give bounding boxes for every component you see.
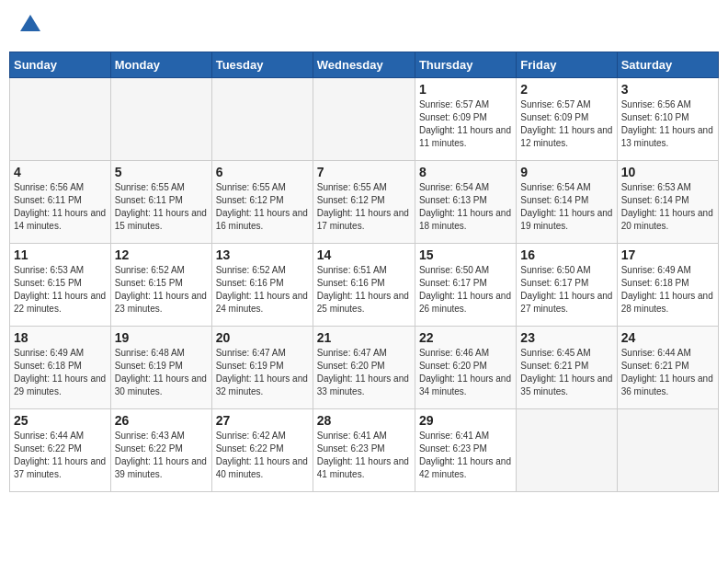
- week-row-3: 11Sunrise: 6:53 AM Sunset: 6:15 PM Dayli…: [10, 243, 719, 326]
- days-header-row: SundayMondayTuesdayWednesdayThursdayFrid…: [10, 52, 719, 77]
- day-info: Sunrise: 6:56 AM Sunset: 6:10 PM Dayligh…: [621, 98, 714, 150]
- calendar-cell: [617, 408, 718, 491]
- week-row-1: 1Sunrise: 6:57 AM Sunset: 6:09 PM Daylig…: [10, 77, 719, 160]
- day-number: 23: [520, 330, 612, 345]
- day-info: Sunrise: 6:43 AM Sunset: 6:22 PM Dayligh…: [115, 430, 208, 481]
- calendar-cell: 20Sunrise: 6:47 AM Sunset: 6:19 PM Dayli…: [211, 326, 313, 408]
- calendar-cell: [211, 77, 313, 160]
- calendar-cell: 9Sunrise: 6:54 AM Sunset: 6:14 PM Daylig…: [517, 160, 617, 243]
- day-info: Sunrise: 6:51 AM Sunset: 6:16 PM Dayligh…: [317, 264, 411, 316]
- day-number: 2: [520, 82, 612, 97]
- calendar-cell: 18Sunrise: 6:49 AM Sunset: 6:18 PM Dayli…: [10, 326, 111, 408]
- day-info: Sunrise: 6:47 AM Sunset: 6:19 PM Dayligh…: [216, 347, 309, 398]
- day-number: 27: [216, 413, 309, 428]
- day-number: 28: [317, 413, 411, 428]
- calendar-cell: 8Sunrise: 6:54 AM Sunset: 6:13 PM Daylig…: [415, 160, 516, 243]
- calendar-cell: [10, 77, 111, 160]
- day-info: Sunrise: 6:44 AM Sunset: 6:21 PM Dayligh…: [621, 347, 714, 398]
- day-number: 12: [115, 247, 208, 262]
- calendar-cell: 6Sunrise: 6:55 AM Sunset: 6:12 PM Daylig…: [211, 160, 313, 243]
- calendar-cell: 27Sunrise: 6:42 AM Sunset: 6:22 PM Dayli…: [211, 408, 313, 491]
- day-info: Sunrise: 6:55 AM Sunset: 6:11 PM Dayligh…: [115, 181, 208, 233]
- calendar-cell: 19Sunrise: 6:48 AM Sunset: 6:19 PM Dayli…: [110, 326, 211, 408]
- day-info: Sunrise: 6:48 AM Sunset: 6:19 PM Dayligh…: [115, 347, 208, 398]
- day-info: Sunrise: 6:41 AM Sunset: 6:23 PM Dayligh…: [317, 430, 411, 481]
- calendar-cell: 3Sunrise: 6:56 AM Sunset: 6:10 PM Daylig…: [617, 77, 718, 160]
- calendar-cell: [517, 408, 617, 491]
- calendar-cell: 14Sunrise: 6:51 AM Sunset: 6:16 PM Dayli…: [313, 243, 415, 326]
- header-friday: Friday: [517, 52, 617, 77]
- header-saturday: Saturday: [617, 52, 718, 77]
- day-info: Sunrise: 6:45 AM Sunset: 6:21 PM Dayligh…: [520, 347, 612, 398]
- day-number: 6: [216, 165, 309, 179]
- day-number: 16: [520, 247, 612, 262]
- calendar-header: [9, 9, 719, 42]
- calendar-cell: 28Sunrise: 6:41 AM Sunset: 6:23 PM Dayli…: [313, 408, 415, 491]
- header-sunday: Sunday: [10, 52, 111, 77]
- day-info: Sunrise: 6:54 AM Sunset: 6:13 PM Dayligh…: [419, 181, 512, 233]
- day-number: 7: [317, 165, 411, 179]
- day-number: 1: [419, 82, 512, 97]
- calendar-cell: 10Sunrise: 6:53 AM Sunset: 6:14 PM Dayli…: [617, 160, 718, 243]
- calendar-cell: 12Sunrise: 6:52 AM Sunset: 6:15 PM Dayli…: [110, 243, 211, 326]
- day-info: Sunrise: 6:49 AM Sunset: 6:18 PM Dayligh…: [14, 347, 107, 398]
- day-info: Sunrise: 6:53 AM Sunset: 6:14 PM Dayligh…: [621, 181, 714, 233]
- logo: [18, 14, 40, 38]
- day-info: Sunrise: 6:53 AM Sunset: 6:15 PM Dayligh…: [14, 264, 107, 316]
- day-number: 13: [216, 247, 309, 262]
- calendar-cell: 17Sunrise: 6:49 AM Sunset: 6:18 PM Dayli…: [617, 243, 718, 326]
- header-tuesday: Tuesday: [211, 52, 313, 77]
- calendar-cell: 26Sunrise: 6:43 AM Sunset: 6:22 PM Dayli…: [110, 408, 211, 491]
- calendar-cell: [313, 77, 415, 160]
- calendar-cell: 7Sunrise: 6:55 AM Sunset: 6:12 PM Daylig…: [313, 160, 415, 243]
- day-number: 8: [419, 165, 512, 179]
- day-number: 10: [621, 165, 714, 179]
- week-row-5: 25Sunrise: 6:44 AM Sunset: 6:22 PM Dayli…: [10, 408, 719, 491]
- calendar-cell: 11Sunrise: 6:53 AM Sunset: 6:15 PM Dayli…: [10, 243, 111, 326]
- day-number: 29: [419, 413, 512, 428]
- calendar-cell: 24Sunrise: 6:44 AM Sunset: 6:21 PM Dayli…: [617, 326, 718, 408]
- calendar-cell: 25Sunrise: 6:44 AM Sunset: 6:22 PM Dayli…: [10, 408, 111, 491]
- header-thursday: Thursday: [415, 52, 516, 77]
- day-number: 20: [216, 330, 309, 345]
- week-row-4: 18Sunrise: 6:49 AM Sunset: 6:18 PM Dayli…: [10, 326, 719, 408]
- day-info: Sunrise: 6:47 AM Sunset: 6:20 PM Dayligh…: [317, 347, 411, 398]
- day-number: 9: [520, 165, 612, 179]
- svg-marker-0: [20, 15, 40, 31]
- calendar-cell: 29Sunrise: 6:41 AM Sunset: 6:23 PM Dayli…: [415, 408, 516, 491]
- calendar-cell: 2Sunrise: 6:57 AM Sunset: 6:09 PM Daylig…: [517, 77, 617, 160]
- calendar-cell: [110, 77, 211, 160]
- day-number: 3: [621, 82, 714, 97]
- header-wednesday: Wednesday: [313, 52, 415, 77]
- calendar-cell: 16Sunrise: 6:50 AM Sunset: 6:17 PM Dayli…: [517, 243, 617, 326]
- day-info: Sunrise: 6:41 AM Sunset: 6:23 PM Dayligh…: [419, 430, 512, 481]
- day-info: Sunrise: 6:52 AM Sunset: 6:16 PM Dayligh…: [216, 264, 309, 316]
- day-number: 14: [317, 247, 411, 262]
- logo-bird-icon: [20, 15, 40, 33]
- day-info: Sunrise: 6:54 AM Sunset: 6:14 PM Dayligh…: [520, 181, 612, 233]
- day-number: 24: [621, 330, 714, 345]
- day-info: Sunrise: 6:55 AM Sunset: 6:12 PM Dayligh…: [317, 181, 411, 233]
- day-number: 21: [317, 330, 411, 345]
- day-number: 18: [14, 330, 107, 345]
- day-number: 22: [419, 330, 512, 345]
- day-number: 15: [419, 247, 512, 262]
- calendar-cell: 5Sunrise: 6:55 AM Sunset: 6:11 PM Daylig…: [110, 160, 211, 243]
- day-info: Sunrise: 6:44 AM Sunset: 6:22 PM Dayligh…: [14, 430, 107, 481]
- calendar-cell: 15Sunrise: 6:50 AM Sunset: 6:17 PM Dayli…: [415, 243, 516, 326]
- day-info: Sunrise: 6:46 AM Sunset: 6:20 PM Dayligh…: [419, 347, 512, 398]
- day-number: 25: [14, 413, 107, 428]
- calendar-cell: 21Sunrise: 6:47 AM Sunset: 6:20 PM Dayli…: [313, 326, 415, 408]
- day-info: Sunrise: 6:49 AM Sunset: 6:18 PM Dayligh…: [621, 264, 714, 316]
- day-info: Sunrise: 6:56 AM Sunset: 6:11 PM Dayligh…: [14, 181, 107, 233]
- day-info: Sunrise: 6:55 AM Sunset: 6:12 PM Dayligh…: [216, 181, 309, 233]
- day-number: 26: [115, 413, 208, 428]
- week-row-2: 4Sunrise: 6:56 AM Sunset: 6:11 PM Daylig…: [10, 160, 719, 243]
- day-number: 19: [115, 330, 208, 345]
- day-info: Sunrise: 6:52 AM Sunset: 6:15 PM Dayligh…: [115, 264, 208, 316]
- day-info: Sunrise: 6:50 AM Sunset: 6:17 PM Dayligh…: [520, 264, 612, 316]
- day-number: 5: [115, 165, 208, 179]
- calendar-cell: 23Sunrise: 6:45 AM Sunset: 6:21 PM Dayli…: [517, 326, 617, 408]
- day-info: Sunrise: 6:57 AM Sunset: 6:09 PM Dayligh…: [520, 98, 612, 150]
- calendar-cell: 13Sunrise: 6:52 AM Sunset: 6:16 PM Dayli…: [211, 243, 313, 326]
